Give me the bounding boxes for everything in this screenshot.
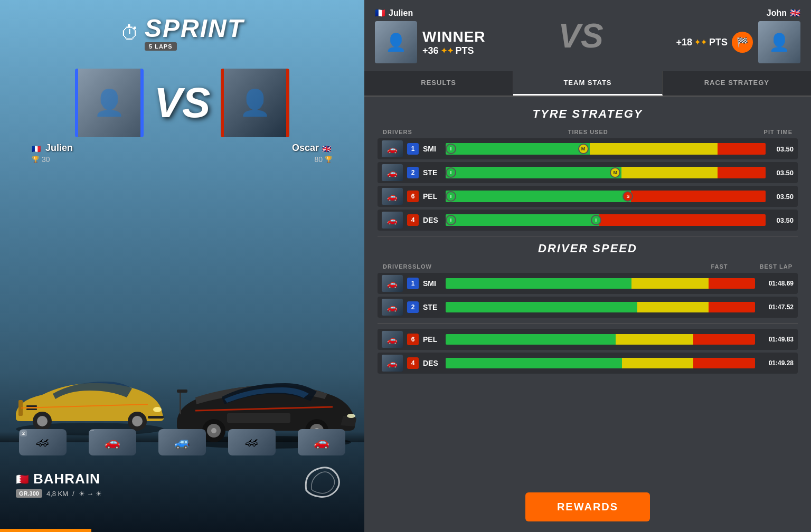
driver-badge-2: 6 (407, 191, 419, 202)
driver-avatar-1: 🚗 (382, 164, 403, 181)
tab-race-strategy[interactable]: RACE STRATEGY (663, 71, 811, 96)
vs-player-right: John 🇬🇧 +18 ✦✦ PTS 🏁 👤 (676, 8, 800, 63)
speed-yellow-0 (631, 278, 709, 289)
settings-button[interactable]: 🏁 (732, 32, 753, 53)
speed-header: DRIVERS SLOW FAST BEST LAP (378, 263, 798, 270)
speed-yellow-1 (637, 302, 709, 312)
tyre-marker1-0: I (446, 144, 456, 154)
player1-score: 🏆 30 (32, 155, 50, 164)
mini-cars-row: 2 (0, 429, 364, 455)
tyre-green-2 (446, 191, 631, 202)
vs-middle: VS (558, 16, 603, 55)
tyre-bar-1: I M (446, 167, 766, 178)
tyre-strategy-title: TYRE STRATEGY (378, 107, 798, 121)
player1-name-row: 🇫🇷 Julien (32, 142, 73, 154)
tyre-bar-2: I S (446, 191, 766, 202)
svg-rect-11 (180, 391, 181, 414)
player1-name: Julien (45, 142, 73, 154)
tyre-drivers-label: DRIVERS (383, 129, 412, 135)
tyre-red-1 (718, 167, 766, 178)
sprint-title-block: SPRINT 5 LAPS (145, 16, 244, 51)
best-lap-2: 01:49.83 (759, 336, 794, 343)
tyre-green-3 (446, 214, 599, 226)
speed-code-2: PEL (423, 335, 441, 344)
svg-point-19 (347, 414, 355, 418)
speed-code-1: STE (423, 303, 441, 311)
speed-green-3 (446, 358, 622, 368)
svg-rect-12 (177, 390, 187, 393)
speed-badge-2: 6 (407, 334, 419, 345)
track-name-row: 🇧🇭 BAHRAIN (16, 471, 102, 487)
best-lap-0: 01:48.69 (759, 280, 794, 287)
vs-player1-name-row: 🇫🇷 Julien (375, 8, 413, 18)
rewards-button[interactable]: REWARDS (525, 492, 650, 521)
speed-code-0: SMI (423, 279, 441, 288)
content-area: TYRE STRATEGY DRIVERS TIRES USED PIT TIM… (364, 97, 811, 482)
player2-portrait: 👤 (221, 69, 289, 137)
loser-pts: +18 ✦✦ PTS (676, 37, 728, 48)
mini-car-3[interactable] (158, 429, 206, 455)
vs-player2-row: +18 ✦✦ PTS 🏁 👤 (676, 21, 800, 63)
speed-code-3: DES (423, 359, 441, 367)
vs-player2-name: John (767, 8, 787, 18)
car-number-2 (90, 430, 94, 431)
speed-slow-label: SLOW (412, 263, 432, 270)
speed-bestlap-label: BEST LAP (760, 263, 793, 270)
best-lap-3: 01:49.28 (759, 359, 794, 367)
tabs-row: RESULTS TEAM STATS RACE STRATEGY (364, 71, 811, 97)
mini-car-2[interactable] (89, 429, 136, 455)
sprint-title: SPRINT (145, 16, 244, 41)
sprint-header: ⏱ SPRINT 5 LAPS (120, 16, 244, 51)
svg-point-6 (132, 416, 143, 426)
tab-results[interactable]: RESULTS (364, 71, 513, 96)
mini-car-1[interactable]: 2 (19, 429, 67, 455)
driver-badge-1: 2 (407, 167, 419, 178)
mini-car-4[interactable] (228, 429, 276, 455)
driver-code-1: STE (423, 168, 441, 177)
speed-green-2 (446, 334, 616, 345)
track-info: 🇧🇭 BAHRAIN GR.300 4,8 KM / ☀ → ☀ (16, 471, 102, 498)
loser-pts-label: PTS (709, 37, 728, 48)
rewards-section: REWARDS (364, 482, 811, 532)
player1-avatar: 👤 (78, 69, 140, 137)
player2-score: 80 🏆 (314, 155, 333, 164)
tyre-row-3: 🚗 4 DES I I 03.50 (378, 210, 798, 231)
tyre-red-3 (599, 214, 766, 226)
speed-red-0 (709, 278, 755, 289)
winner-pts: +36 ✦✦ PTS (422, 45, 474, 56)
tyre-rows: 🚗 1 SMI I M 03.50 🚗 2 STE I M 03.50 🚗 6 … (378, 138, 798, 231)
svg-rect-8 (26, 405, 37, 407)
svg-rect-1 (148, 416, 164, 419)
pit-time-3: 03.50 (770, 216, 794, 224)
progress-bar (0, 529, 91, 532)
player-info: 🇫🇷 Julien 🏆 30 Oscar 🇬🇧 80 🏆 (0, 142, 364, 164)
speed-bar-1 (446, 302, 755, 312)
pit-time-0: 03.50 (770, 145, 794, 153)
track-distance: 4,8 KM (46, 490, 68, 498)
tyre-pit-label: PIT TIME (764, 129, 793, 135)
car-left (11, 368, 169, 437)
car-number-1: 2 (20, 430, 27, 436)
winner-pts-label: PTS (456, 45, 474, 56)
driver-avatar-2: 🚗 (382, 188, 403, 205)
speed-red-3 (693, 358, 755, 368)
tyre-marker2-0: M (578, 144, 589, 154)
player1-info: 🇫🇷 Julien 🏆 30 (32, 142, 73, 164)
svg-rect-9 (26, 408, 37, 410)
mini-car-5[interactable] (298, 429, 345, 455)
left-panel: ⏱ SPRINT 5 LAPS 👤 VS 👤 🇫🇷 Julien 🏆 30 (0, 0, 364, 532)
vs-player1-portrait: 👤 (375, 21, 417, 63)
tab-team-stats[interactable]: TEAM STATS (513, 71, 662, 96)
speed-row-3: 🚗 4 DES 01:49.28 (378, 353, 798, 374)
best-lap-1: 01:47.52 (759, 303, 794, 311)
speed-avatar-3: 🚗 (382, 355, 403, 372)
vs-section: 👤 VS 👤 (0, 69, 364, 137)
vs-player2-name-row: John 🇬🇧 (767, 8, 800, 18)
tyre-bar-0: I M (446, 143, 766, 155)
tyre-tires-label: TIRES USED (568, 129, 608, 135)
tyre-marker2-3: I (591, 215, 601, 225)
player1-portrait: 👤 (75, 69, 144, 137)
stopwatch-icon: ⏱ (120, 22, 139, 44)
speed-yellow-3 (622, 358, 693, 368)
speed-green-1 (446, 302, 637, 312)
